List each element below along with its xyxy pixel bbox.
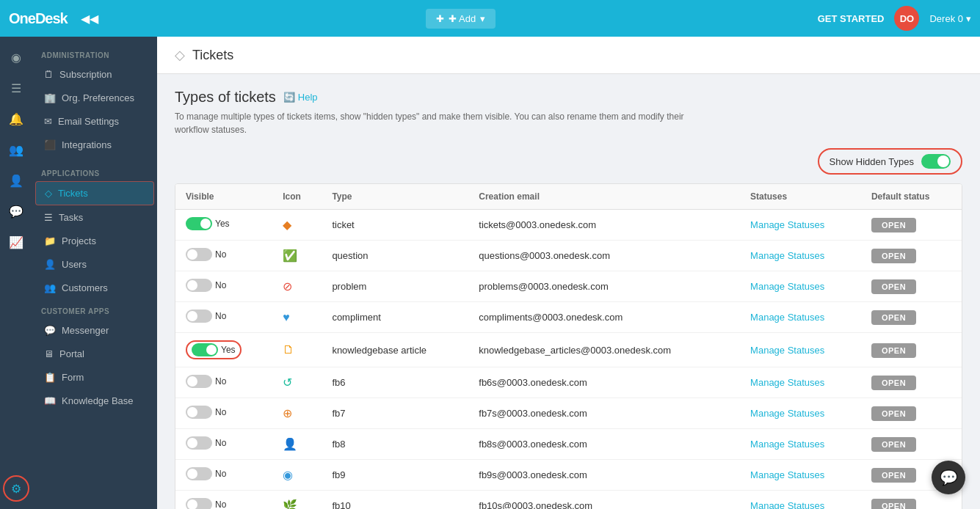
row-toggle[interactable] [186,217,212,230]
open-badge: OPEN [871,499,916,509]
cell-statuses: Manage Statuses [740,241,861,271]
rail-icon-dashboard[interactable]: ◉ [3,44,29,70]
sidebar-item-email-settings[interactable]: ✉ Email Settings [35,110,154,133]
visible-text: No [215,499,226,509]
visible-text: Yes [221,345,236,355]
tickets-icon: ◇ [45,188,52,199]
cell-visible: No [175,398,272,429]
cell-default-status: OPEN [861,333,962,367]
sidebar-item-knowledge-base-label: Knowledge Base [62,395,134,406]
rail-icon-people[interactable]: 👥 [3,136,29,163]
cell-type: fb9 [322,460,468,491]
manage-statuses-link[interactable]: Manage Statuses [750,469,824,480]
page-header: ◇ Tickets [157,37,980,74]
open-badge: OPEN [871,343,916,358]
cell-type: problem [322,271,468,302]
row-toggle[interactable] [192,343,218,356]
cell-type: knowledgebase article [322,333,468,367]
sidebar-item-tasks[interactable]: ☰ Tasks [35,206,154,229]
collapse-button[interactable]: ◀◀ [75,9,104,29]
cell-type: compliment [322,302,468,333]
manage-statuses-link[interactable]: Manage Statuses [750,439,824,450]
row-toggle[interactable] [186,310,212,323]
sidebar-item-integrations[interactable]: ⬛ Integrations [35,133,154,156]
manage-statuses-link[interactable]: Manage Statuses [750,219,824,230]
cell-creation-email: tickets@0003.onedesk.com [468,210,740,241]
manage-statuses-link[interactable]: Manage Statuses [750,281,824,292]
row-toggle[interactable] [186,467,212,480]
cell-default-status: OPEN [861,398,962,429]
sidebar-item-projects-label: Projects [62,235,96,246]
manage-statuses-link[interactable]: Manage Statuses [750,312,824,323]
col-type: Type [322,184,468,210]
cell-visible: Yes [175,210,272,241]
sidebar-item-customers[interactable]: 👥 Customers [35,277,154,299]
cell-statuses: Manage Statuses [740,367,861,398]
sidebar-item-portal[interactable]: 🖥 Portal [35,343,154,365]
row-toggle[interactable] [186,406,212,419]
sidebar-item-portal-label: Portal [59,348,84,359]
get-started-button[interactable]: GET STARTED [818,13,885,24]
rail-icon-people2[interactable]: 👤 [3,167,29,194]
subscription-icon: 🗒 [44,69,54,80]
cell-icon: 🌿 [272,491,322,510]
portal-icon: 🖥 [44,348,54,359]
data-table: Visible Icon Type Creation email Statuse… [175,183,962,509]
cell-icon: ◆ [272,210,322,241]
cell-creation-email: fb7s@0003.onedesk.com [468,398,740,429]
type-icon: ♥ [283,311,290,323]
rail-icon-gear[interactable]: ⚙ [3,475,29,502]
open-badge: OPEN [871,279,916,294]
table-header-row: Visible Icon Type Creation email Statuse… [175,184,962,210]
table-row: No 👤fb8fb8s@0003.onedesk.comManage Statu… [175,429,962,460]
cell-statuses: Manage Statuses [740,271,861,302]
row-toggle[interactable] [186,248,212,261]
open-badge: OPEN [871,406,916,421]
cell-type: fb6 [322,367,468,398]
customer-apps-section-title: CUSTOMER APPS [32,300,157,318]
sidebar-item-tickets-label: Tickets [58,188,88,199]
user-name[interactable]: Derek 0 ▾ [929,13,971,24]
sidebar-item-org-preferences[interactable]: 🏢 Org. Preferences [35,87,154,109]
cell-creation-email: questions@0003.onedesk.com [468,241,740,271]
chat-icon: 💬 [940,469,958,486]
row-toggle[interactable] [186,279,212,292]
manage-statuses-link[interactable]: Manage Statuses [750,408,824,419]
toggle-row: Show Hidden Types [175,148,962,175]
tasks-icon: ☰ [44,212,53,223]
avatar: DO [894,6,919,31]
type-icon: 🗋 [283,343,294,356]
sidebar-item-users[interactable]: 👤 Users [35,253,154,276]
add-chevron-icon: ▾ [480,13,485,24]
show-hidden-types-container[interactable]: Show Hidden Types [818,148,962,175]
rail-icon-chat[interactable]: 💬 [3,198,29,224]
sidebar-item-tickets[interactable]: ◇ Tickets [35,181,154,205]
customers-icon: 👥 [44,282,56,293]
type-icon: ⊕ [283,407,292,420]
open-badge: OPEN [871,376,916,390]
section-title-row: Types of tickets 🔄 Help [175,89,962,106]
row-toggle[interactable] [186,498,212,509]
cell-visible: No [175,271,272,302]
rail-icon-chart[interactable]: 📈 [3,229,29,255]
manage-statuses-link[interactable]: Manage Statuses [750,500,824,509]
rail-icon-bell[interactable]: 🔔 [3,106,29,132]
manage-statuses-link[interactable]: Manage Statuses [750,377,824,388]
row-toggle[interactable] [186,436,212,450]
sidebar-item-messenger[interactable]: 💬 Messenger [35,319,154,342]
help-link[interactable]: 🔄 Help [283,92,318,103]
manage-statuses-link[interactable]: Manage Statuses [750,250,824,261]
show-hidden-types-toggle[interactable] [921,154,951,169]
row-toggle[interactable] [186,375,212,388]
chat-button[interactable]: 💬 [932,461,965,494]
sidebar-item-subscription[interactable]: 🗒 Subscription [35,63,154,86]
sidebar-item-form[interactable]: 📋 Form [35,366,154,389]
add-button[interactable]: ✚ ✚ Add ▾ [426,9,496,29]
sidebar-item-projects[interactable]: 📁 Projects [35,230,154,252]
cell-creation-email: fb9s@0003.onedesk.com [468,460,740,491]
rail-icon-list[interactable]: ☰ [3,75,29,101]
sidebar-item-knowledge-base[interactable]: 📖 Knowledge Base [35,389,154,412]
main-layout: ◉ ☰ 🔔 👥 👤 💬 📈 ⚙ ADMINISTRATION 🗒 Subscri… [0,37,980,509]
manage-statuses-link[interactable]: Manage Statuses [750,345,824,356]
cell-type: question [322,241,468,271]
